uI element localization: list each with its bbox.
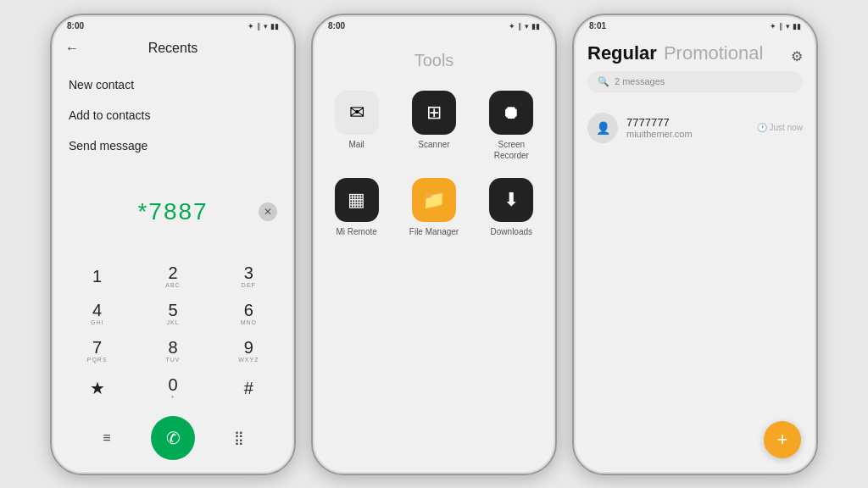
signal-icon-3: ∥	[779, 22, 783, 30]
key-alpha: GHI	[91, 319, 103, 325]
message-preview: miuithemer.com	[626, 129, 748, 139]
signal-icon-2: ∥	[518, 22, 522, 30]
key-number: 0	[168, 376, 177, 393]
key-alpha: PQRS	[87, 357, 108, 363]
phone-container: 8:00 ✦ ∥ ▾ ▮▮ ← Recents New contact Add …	[50, 14, 818, 475]
menu-button[interactable]: ≡	[92, 423, 122, 453]
dialer-inner: ← Recents New contact Add to contacts Se…	[52, 34, 294, 474]
battery-icon: ▮▮	[270, 22, 279, 30]
msg-title-row: Regular Promotional	[587, 42, 791, 64]
app-icon: ⊞	[412, 91, 456, 135]
delete-button[interactable]: ✕	[259, 202, 277, 221]
app-icon: ✉	[335, 91, 379, 135]
keypad-key-#[interactable]: #	[212, 370, 286, 406]
battery-icon-3: ▮▮	[793, 22, 801, 30]
title-regular[interactable]: Regular	[587, 42, 657, 64]
dialer-bottom: ≡ ✆ ⣿	[52, 409, 294, 474]
app-icon: 📁	[412, 178, 456, 222]
status-time-2: 8:00	[328, 21, 345, 30]
wifi-icon-2: ▾	[525, 22, 529, 30]
battery-icon-2: ▮▮	[531, 22, 540, 30]
phone-messages: 8:01 ✦ ∥ ▾ ▮▮ Regular Promotional ⚙ 🔍	[572, 14, 818, 475]
key-number: 2	[168, 264, 177, 281]
key-number: 3	[244, 264, 253, 281]
app-item[interactable]: ⬇Downloads	[489, 178, 533, 237]
app-label: Mail	[348, 139, 364, 150]
key-alpha: ABC	[165, 282, 180, 288]
key-alpha: TUV	[165, 357, 180, 363]
keypad-key-9[interactable]: 9WXYZ	[212, 333, 286, 369]
app-label: Mi Remote	[336, 226, 376, 237]
app-item[interactable]: ✉Mail	[335, 91, 379, 161]
phone-dialer: 8:00 ✦ ∥ ▾ ▮▮ ← Recents New contact Add …	[50, 14, 296, 475]
tools-content: Tools ✉Mail⊞Scanner⏺Screen Recorder▦Mi R…	[313, 34, 555, 474]
keypad-key-1[interactable]: 1	[60, 258, 134, 294]
phone-tools: 8:00 ✦ ∥ ▾ ▮▮ Tools ✉Mail⊞Scanner⏺Screen…	[311, 14, 557, 475]
app-item[interactable]: ⊞Scanner	[412, 91, 456, 161]
app-item[interactable]: ⏺Screen Recorder	[481, 91, 542, 161]
tools-inner: Tools ✉Mail⊞Scanner⏺Screen Recorder▦Mi R…	[313, 34, 555, 474]
keypad-key-7[interactable]: 7PQRS	[60, 333, 134, 369]
title-promotional[interactable]: Promotional	[664, 42, 763, 64]
key-alpha: DEF	[242, 282, 256, 288]
message-info: 7777777miuithemer.com	[626, 116, 748, 139]
messages-inner: Regular Promotional ⚙ 🔍 2 messages 👤7777…	[574, 34, 816, 474]
message-sender: 7777777	[626, 116, 748, 129]
dialer-number-area: *7887 ✕	[52, 169, 294, 255]
key-number: 8	[168, 339, 177, 356]
status-bar-2: 8:00 ✦ ∥ ▾ ▮▮	[313, 15, 555, 34]
key-alpha: JKL	[166, 319, 179, 325]
wifi-icon: ▾	[264, 22, 268, 30]
status-icons-3: ✦ ∥ ▾ ▮▮	[770, 22, 801, 30]
menu-icon: ≡	[103, 430, 110, 446]
call-button[interactable]: ✆	[151, 416, 195, 460]
signal-icon: ∥	[257, 22, 261, 30]
key-alpha: MNO	[241, 319, 257, 325]
search-placeholder: 2 messages	[615, 76, 665, 86]
search-icon: 🔍	[598, 76, 609, 87]
search-bar[interactable]: 🔍 2 messages	[587, 71, 803, 92]
keypad-icon: ⣿	[234, 430, 244, 446]
status-time-1: 8:00	[67, 21, 84, 30]
dialer-number: *7887	[137, 198, 208, 225]
gear-icon[interactable]: ⚙	[791, 48, 803, 64]
title-row: Regular Promotional ⚙	[587, 42, 803, 71]
app-item[interactable]: 📁File Manager	[409, 178, 459, 237]
keypad-key-5[interactable]: 5JKL	[136, 296, 209, 331]
keypad-key-8[interactable]: 8TUV	[136, 333, 209, 369]
keypad-key-6[interactable]: 6MNO	[212, 296, 286, 331]
keypad-key-4[interactable]: 4GHI	[60, 296, 134, 331]
key-number: 1	[92, 268, 102, 285]
app-icon: ⏺	[489, 91, 533, 135]
keypad-button[interactable]: ⣿	[224, 423, 254, 453]
app-item[interactable]: ▦Mi Remote	[335, 178, 379, 237]
add-to-contacts-item[interactable]: Add to contacts	[69, 100, 277, 130]
compose-fab[interactable]: +	[764, 421, 801, 458]
back-button[interactable]: ←	[65, 41, 79, 56]
keypad-key-3[interactable]: 3DEF	[212, 258, 286, 294]
time-label: Just now	[770, 123, 803, 132]
app-label: File Manager	[409, 226, 459, 237]
send-message-item[interactable]: Send message	[69, 130, 277, 161]
app-icon: ⬇	[489, 178, 533, 222]
app-grid: ✉Mail⊞Scanner⏺Screen Recorder▦Mi Remote📁…	[326, 91, 542, 237]
tools-title: Tools	[326, 51, 542, 70]
key-number: ★	[90, 380, 105, 396]
keypad-key-★[interactable]: ★	[60, 370, 134, 406]
recents-menu: New contact Add to contacts Send message	[52, 63, 294, 161]
call-icon: ✆	[166, 428, 181, 448]
bluetooth-icon-2: ✦	[509, 22, 515, 30]
key-alpha: WXYZ	[238, 357, 259, 363]
key-number: 4	[92, 302, 102, 319]
status-bar-1: 8:00 ✦ ∥ ▾ ▮▮	[52, 15, 294, 34]
new-contact-item[interactable]: New contact	[69, 69, 277, 100]
key-number: 9	[244, 339, 253, 356]
keypad-key-2[interactable]: 2ABC	[136, 258, 209, 294]
status-bar-3: 8:01 ✦ ∥ ▾ ▮▮	[574, 15, 816, 34]
app-label: Screen Recorder	[481, 139, 542, 161]
wifi-icon-3: ▾	[786, 22, 790, 30]
message-item[interactable]: 👤7777777miuithemer.com🕐Just now	[574, 104, 816, 152]
message-time: 🕐Just now	[757, 123, 803, 132]
keypad-key-0[interactable]: 0+	[136, 370, 209, 406]
status-time-3: 8:01	[589, 21, 606, 30]
